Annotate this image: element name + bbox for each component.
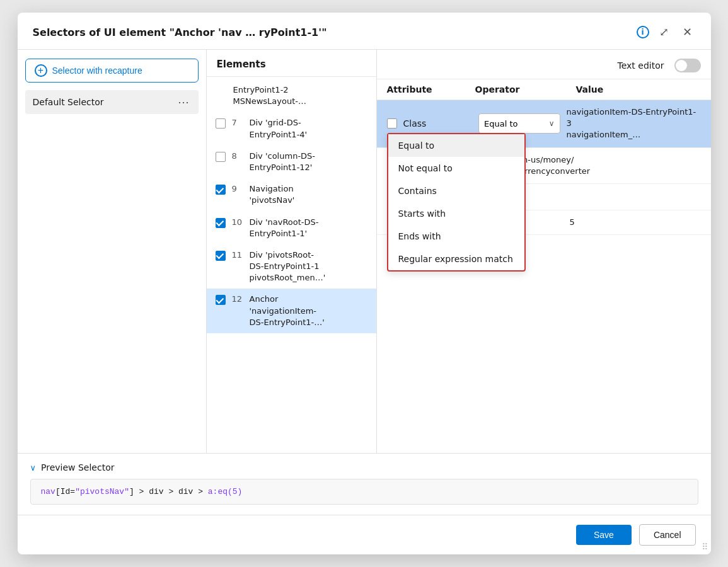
- list-item[interactable]: 7 Div 'grid-DS-EntryPoint1-4': [207, 112, 376, 145]
- dropdown-item-not-equal-to[interactable]: Not equal to: [388, 157, 524, 180]
- element-checkbox[interactable]: [216, 251, 226, 261]
- info-icon[interactable]: i: [637, 26, 649, 38]
- attribute-name: Class: [403, 118, 473, 129]
- element-num: 10: [232, 217, 243, 227]
- list-item[interactable]: 10 Div 'navRoot-DS-EntryPoint1-1': [207, 212, 376, 244]
- attribute-value: 5: [570, 217, 575, 228]
- main-dialog: Selectors of UI element "Anchor 'nav … r…: [18, 13, 711, 554]
- attribute-value: /en-us/money/currencyconverter: [515, 154, 590, 177]
- list-item[interactable]: 12 Anchor'navigationItem-DS-EntryPoint1-…: [207, 289, 376, 333]
- preview-chevron-icon: ∨: [30, 463, 37, 472]
- element-checkbox[interactable]: [216, 218, 226, 228]
- list-item[interactable]: 8 Div 'column-DS-EntryPoint1-12': [207, 146, 376, 178]
- default-selector-label: Default Selector: [33, 97, 104, 107]
- elements-header: Elements: [207, 50, 376, 77]
- code-div2: div: [178, 487, 193, 496]
- dropdown-item-starts-with[interactable]: Starts with: [388, 202, 524, 225]
- element-checkbox[interactable]: [216, 118, 226, 129]
- element-num: 11: [232, 249, 243, 260]
- middle-panel: Elements EntryPoint1-2MSNewsLayout-… 7 D…: [207, 50, 377, 453]
- header-actions: ⤢ ✕: [656, 24, 696, 40]
- chevron-down-icon: ∨: [549, 119, 555, 128]
- attribute-column-header: Attribute: [387, 84, 469, 94]
- default-selector-row: Default Selector ⋯: [25, 90, 199, 114]
- attributes-table-header: Attribute Operator Value: [377, 79, 711, 100]
- selector-with-recapture-label: Selector with recapture: [52, 66, 142, 76]
- element-num: 7: [232, 117, 243, 127]
- dialog-body: + Selector with recapture Default Select…: [18, 50, 711, 515]
- code-attr: Id: [61, 487, 71, 496]
- close-button[interactable]: ✕: [679, 24, 696, 40]
- element-label: Div 'grid-DS-EntryPoint1-4': [250, 117, 308, 140]
- cancel-button[interactable]: Cancel: [639, 524, 696, 546]
- attribute-value: navigationItem-DS-EntryPoint1-3navigatio…: [567, 106, 701, 141]
- element-num: 8: [232, 151, 243, 161]
- dropdown-item-regex[interactable]: Regular expression match: [388, 248, 524, 270]
- value-column-header: Value: [576, 84, 701, 94]
- dialog-header: Selectors of UI element "Anchor 'nav … r…: [18, 13, 711, 50]
- attributes-rows: Class Equal to ∨ navigationItem-DS-Entry…: [377, 100, 711, 235]
- code-bracket: [: [55, 487, 61, 496]
- right-panel-header: Text editor: [377, 50, 711, 79]
- preview-header: ∨ Preview Selector: [30, 462, 698, 472]
- element-label: Anchor'navigationItem-DS-EntryPoint1-…': [250, 294, 325, 328]
- text-editor-toggle[interactable]: [674, 59, 701, 72]
- element-label: Div 'pivotsRoot-DS-EntryPoint1-1pivotsRo…: [250, 249, 326, 284]
- element-label: Div 'navRoot-DS-EntryPoint1-1': [250, 217, 319, 239]
- text-editor-label: Text editor: [618, 60, 664, 71]
- preview-title: Preview Selector: [41, 462, 114, 472]
- resize-handle[interactable]: ⠿: [702, 542, 708, 552]
- element-checkbox[interactable]: [216, 295, 226, 305]
- operator-column-header: Operator: [475, 84, 570, 94]
- list-item[interactable]: EntryPoint1-2MSNewsLayout-…: [207, 79, 376, 112]
- operator-value: Equal to: [484, 119, 517, 129]
- expand-button[interactable]: ⤢: [656, 24, 673, 40]
- code-string: "pivotsNav": [75, 487, 129, 496]
- list-item[interactable]: 11 Div 'pivotsRoot-DS-EntryPoint1-1pivot…: [207, 244, 376, 289]
- element-num: 12: [232, 294, 243, 304]
- dropdown-item-ends-with[interactable]: Ends with: [388, 225, 524, 248]
- code-div1: div: [149, 487, 163, 496]
- element-num: [216, 84, 227, 85]
- dropdown-item-contains[interactable]: Contains: [388, 180, 524, 202]
- dialog-title: Selectors of UI element "Anchor 'nav … r…: [33, 26, 630, 38]
- plus-circle-icon: +: [35, 64, 47, 77]
- preview-code: nav[Id="pivotsNav"] > div > div > a:eq(5…: [30, 479, 698, 505]
- dropdown-item-equal-to[interactable]: Equal to: [388, 134, 524, 157]
- element-checkbox[interactable]: [216, 185, 226, 195]
- element-checkbox[interactable]: [216, 152, 226, 162]
- preview-section: ∨ Preview Selector nav[Id="pivotsNav"] >…: [18, 453, 711, 515]
- element-label: Div 'column-DS-EntryPoint1-12': [250, 151, 316, 173]
- right-panel: Text editor Attribute Operator Value Cla…: [377, 50, 711, 453]
- element-num: 9: [232, 183, 243, 193]
- attribute-checkbox[interactable]: [387, 118, 397, 129]
- dialog-footer: Save Cancel: [18, 515, 711, 554]
- list-item[interactable]: 9 Navigation'pivotsNav': [207, 178, 376, 211]
- save-button[interactable]: Save: [576, 525, 632, 545]
- main-area: + Selector with recapture Default Select…: [18, 50, 711, 453]
- left-panel: + Selector with recapture Default Select…: [18, 50, 207, 453]
- elements-list[interactable]: EntryPoint1-2MSNewsLayout-… 7 Div 'grid-…: [207, 77, 376, 453]
- code-anchor: a:eq(5): [208, 487, 243, 496]
- operator-select[interactable]: Equal to ∨: [478, 113, 560, 134]
- selector-with-recapture-button[interactable]: + Selector with recapture: [25, 59, 199, 83]
- code-nav: nav: [41, 487, 55, 496]
- operator-dropdown-menu: Equal to Not equal to Contains Starts wi…: [387, 133, 526, 272]
- element-label: Navigation'pivotsNav': [250, 183, 295, 206]
- element-label: EntryPoint1-2MSNewsLayout-…: [233, 84, 306, 107]
- selector-options-button[interactable]: ⋯: [176, 95, 191, 109]
